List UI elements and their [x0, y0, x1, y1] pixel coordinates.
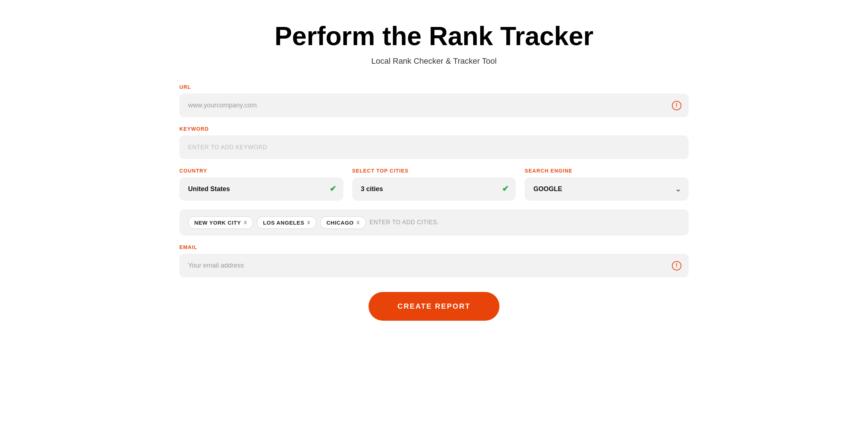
email-input-wrapper: !	[179, 254, 689, 277]
keyword-section: KEYWORD	[179, 126, 689, 159]
cities-label: SELECT TOP CITIES	[352, 168, 516, 174]
city-tag-chicago-label: CHICAGO	[326, 220, 354, 226]
three-col-row: COUNTRY United States ✔ SELECT TOP CITIE…	[179, 168, 689, 201]
cities-check-icon: ✔	[502, 184, 509, 194]
url-input[interactable]	[179, 94, 689, 117]
email-label: EMAIL	[179, 244, 689, 250]
email-alert-icon: !	[672, 261, 681, 270]
country-select[interactable]: United States	[179, 177, 343, 201]
page-title: Perform the Rank Tracker	[179, 22, 689, 51]
cities-tags-row[interactable]: NEW YORK CITY x LOS ANGELES x CHICAGO x …	[179, 209, 689, 236]
cities-count-field: SELECT TOP CITIES 3 cities ✔	[352, 168, 516, 201]
keyword-input-wrapper	[179, 135, 689, 159]
email-input[interactable]	[179, 254, 689, 277]
engine-label: SEARCH ENGINE	[525, 168, 689, 174]
email-alert-icon-wrapper: !	[672, 261, 681, 270]
city-tag-los-angeles-label: LOS ANGELES	[263, 220, 304, 226]
url-input-wrapper: !	[179, 94, 689, 117]
page-container: Perform the Rank Tracker Local Rank Chec…	[179, 22, 689, 321]
city-tag-new-york-label: NEW YORK CITY	[194, 220, 241, 226]
country-label: COUNTRY	[179, 168, 343, 174]
country-check-icon: ✔	[330, 184, 336, 194]
url-alert-icon: !	[672, 101, 681, 110]
page-header: Perform the Rank Tracker Local Rank Chec…	[179, 22, 689, 66]
city-tag-chicago: CHICAGO x	[320, 216, 366, 229]
engine-field: SEARCH ENGINE GOOGLE ⌄	[525, 168, 689, 201]
email-section: EMAIL !	[179, 244, 689, 277]
cities-count-select[interactable]: 3 cities	[352, 177, 516, 201]
city-tag-new-york-remove[interactable]: x	[244, 220, 247, 225]
city-tag-los-angeles-remove[interactable]: x	[307, 220, 311, 225]
city-tag-chicago-remove[interactable]: x	[357, 220, 360, 225]
chevron-down-icon: ⌄	[675, 184, 681, 194]
city-tag-los-angeles: LOS ANGELES x	[257, 216, 316, 229]
url-section: URL !	[179, 84, 689, 117]
city-tag-new-york: NEW YORK CITY x	[188, 216, 253, 229]
cities-placeholder: ENTER TO ADD CITIES.	[370, 219, 439, 226]
cities-check-mark-icon: ✔	[502, 184, 509, 194]
url-label: URL	[179, 84, 689, 90]
engine-chevron-icon: ⌄	[675, 184, 681, 194]
engine-select-wrapper: GOOGLE ⌄	[525, 177, 689, 201]
create-report-button[interactable]: CREATE REPORT	[369, 292, 500, 321]
keyword-label: KEYWORD	[179, 126, 689, 132]
url-alert-icon-wrapper: !	[672, 101, 681, 110]
page-subtitle: Local Rank Checker & Tracker Tool	[179, 56, 689, 66]
check-mark-icon: ✔	[330, 184, 336, 194]
country-select-wrapper: United States ✔	[179, 177, 343, 201]
engine-select[interactable]: GOOGLE	[525, 177, 689, 201]
keyword-input[interactable]	[179, 135, 689, 159]
cities-select-wrapper: 3 cities ✔	[352, 177, 516, 201]
country-field: COUNTRY United States ✔	[179, 168, 343, 201]
